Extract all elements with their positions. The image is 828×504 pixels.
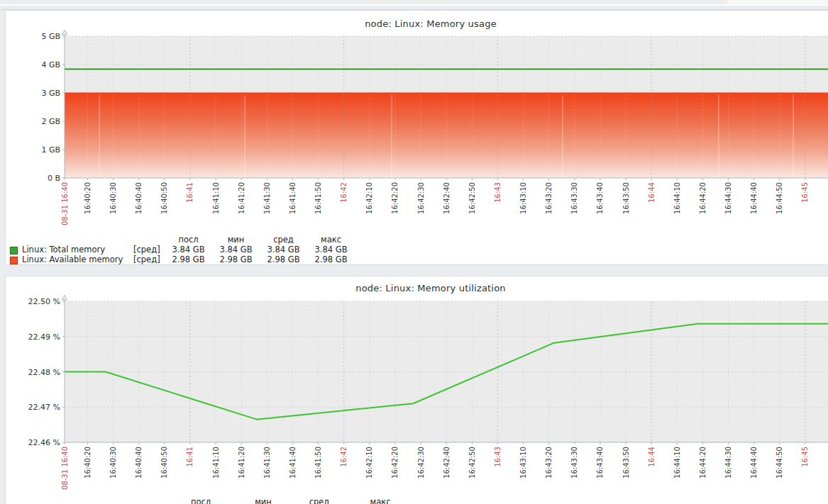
legend-color-swatch	[10, 247, 18, 254]
x-tick-label: 16:41:50	[314, 447, 322, 478]
legend-value: 3.84 GB	[260, 245, 307, 254]
x-tick-label: 16:41:20	[238, 447, 245, 478]
x-tick-label: 16:41:30	[263, 447, 271, 478]
x-tick-label: 16:43:50	[622, 447, 630, 478]
legend-header-cell: сред	[260, 235, 307, 245]
legend-header-row: послминсредмакс	[5, 235, 459, 245]
graph-legend: послминсредмакс	[5, 498, 459, 504]
x-tick-label: 16:44:10	[673, 447, 681, 478]
x-tick-label: 16:44	[648, 447, 656, 467]
legend-header-cell: макс	[307, 235, 355, 245]
x-tick-label: 16:43:20	[545, 447, 553, 478]
x-tick-label: 16:42:20	[391, 447, 399, 478]
legend-aggregation: [сред]	[133, 255, 160, 264]
y-axis-labels: 22.50 %22.49 %22.48 %22.47 %22.46 %	[28, 297, 60, 447]
legend-header-cell: сред	[296, 498, 343, 504]
x-tick-label: 16:40:40	[135, 447, 143, 478]
legend-header-cell: макс	[357, 498, 404, 504]
legend-value: 2.98 GB	[212, 255, 260, 264]
legend-aggregation: [сред]	[133, 245, 160, 254]
x-axis-labels: 08-31 16:4016:40:2016:40:3016:40:4016:40…	[61, 447, 810, 490]
y-tick-label: 22.47 %	[28, 403, 60, 412]
legend-header-cell: мин	[240, 498, 287, 504]
legend-header-cell: мин	[212, 235, 260, 245]
legend-value: 2.98 GB	[260, 255, 307, 264]
x-tick-label: 16:44:50	[775, 447, 783, 478]
y-tick-label: 22.48 %	[28, 368, 60, 377]
x-tick-label: 16:40:20	[84, 447, 92, 478]
x-tick-label: 08-31 16:40	[61, 447, 69, 490]
x-tick-label: 16:44:20	[699, 447, 707, 478]
x-tick-label: 16:40:50	[160, 447, 168, 478]
x-tick-label: 16:43:40	[596, 447, 604, 478]
legend-row: Linux: Available memory[сред]2.98 GB2.98…	[5, 255, 459, 265]
legend-item-label: Linux: Available memory	[22, 255, 123, 264]
legend-value: 3.84 GB	[307, 245, 355, 254]
y-axis-arrow	[62, 296, 67, 301]
x-tick-label: 16:41:10	[212, 447, 220, 478]
y-tick-label: 22.50 %	[28, 297, 60, 306]
x-tick-label: 16:42:50	[468, 447, 476, 478]
x-tick-label: 16:42	[340, 447, 348, 467]
x-tick-label: 16:41	[186, 447, 194, 467]
x-tick-label: 16:42:30	[417, 447, 425, 478]
legend-color-swatch	[10, 257, 18, 264]
legend-value: 3.84 GB	[212, 245, 260, 254]
x-tick-label: 16:43:30	[570, 447, 578, 478]
x-tick-label: 16:43:10	[519, 447, 527, 478]
legend-value: 2.98 GB	[165, 255, 212, 264]
x-tick-label: 16:42:10	[365, 447, 373, 478]
legend-value: 3.84 GB	[165, 245, 212, 254]
legend-value: 2.98 GB	[307, 255, 355, 264]
x-tick-label: 16:40:30	[109, 447, 117, 478]
x-tick-label: 16:41:40	[289, 447, 297, 478]
graph-title: node: Linux: Memory utilization	[0, 283, 828, 293]
legend-header-cell: посл	[165, 235, 212, 245]
legend-header-cell: посл	[177, 498, 225, 504]
x-tick-label: 16:43	[494, 447, 502, 467]
legend-header-row: послминсредмакс	[5, 498, 459, 504]
x-tick-label: 16:45	[801, 447, 809, 467]
y-tick-label: 22.49 %	[28, 332, 60, 342]
graph-title: node: Linux: Memory usage	[0, 18, 828, 29]
legend-item-label: Linux: Total memory	[22, 245, 105, 254]
y-tick-label: 22.46 %	[28, 438, 60, 447]
x-tick-label: 16:44:30	[724, 447, 732, 478]
x-tick-label: 16:44:40	[750, 447, 758, 478]
x-tick-label: 16:42:40	[443, 447, 451, 478]
graph-legend: послминсредмаксLinux: Total memory[сред]…	[5, 235, 459, 265]
legend-row: Linux: Total memory[сред]3.84 GB3.84 GB3…	[5, 245, 459, 255]
